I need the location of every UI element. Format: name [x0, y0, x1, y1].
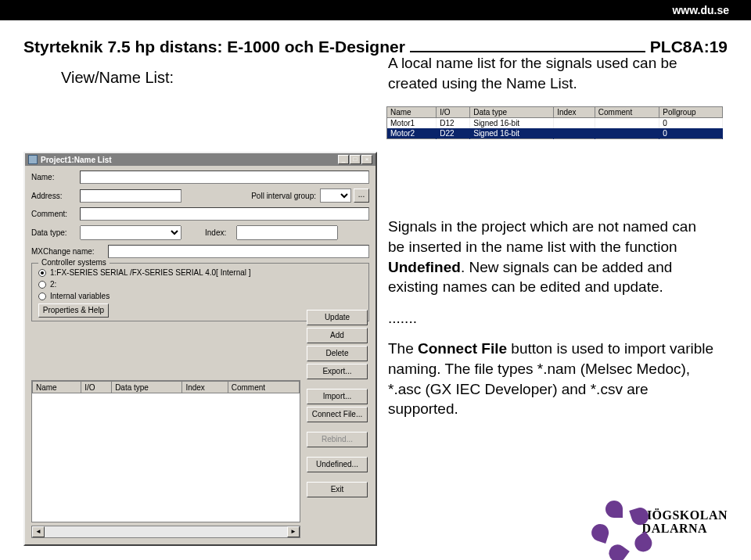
mxchange-label: MXChange name: [31, 247, 108, 256]
index-field[interactable] [236, 225, 338, 240]
dth-index: Index [182, 382, 228, 393]
window-icon [28, 155, 38, 164]
poll-label: Poll interval group: [181, 192, 320, 200]
dots: ....... [388, 308, 717, 328]
th-pollgroup: Pollgroup [659, 107, 723, 118]
dialog-titlebar[interactable]: Project1:Name List _ □ × [25, 153, 376, 166]
hogskolan-dalarna-logo: HÖGSKOLAN DALARNA [594, 502, 728, 543]
address-label: Address: [31, 192, 80, 200]
dth-name: Name [33, 382, 81, 393]
scroll-right-icon[interactable]: ► [287, 526, 300, 537]
dialog-table-area: Name I/O Data type Index Comment [31, 380, 300, 522]
rebind-button[interactable]: Rebind... [307, 432, 368, 447]
exit-button[interactable]: Exit [307, 482, 368, 497]
add-button[interactable]: Add [307, 328, 368, 343]
dth-comment: Comment [228, 382, 299, 393]
th-datatype: Data type [470, 107, 554, 118]
logo-text-1: HÖGSKOLAN [642, 509, 728, 522]
table-row-selected[interactable]: Motor2D22Signed 16-bit0 [387, 128, 723, 139]
logo-text-2: DALARNA [642, 522, 728, 536]
page-title: Styrteknik 7.5 hp distans: E-1000 och E-… [23, 38, 405, 58]
export-button[interactable]: Export... [307, 364, 368, 379]
poll-ellipsis-button[interactable]: ... [354, 188, 369, 203]
datatype-select[interactable] [80, 225, 181, 240]
poll-select[interactable] [320, 188, 351, 203]
dth-io: I/O [81, 382, 112, 393]
properties-help-button[interactable]: Properties & Help [38, 303, 109, 318]
comment-field[interactable] [80, 207, 369, 221]
paragraph-2: Signals in the project which are not nam… [388, 217, 717, 297]
th-comment: Comment [595, 107, 659, 118]
delete-button[interactable]: Delete [307, 346, 368, 361]
scroll-left-icon[interactable]: ◄ [32, 526, 45, 537]
table-row[interactable]: Motor1D12Signed 16-bit0 [387, 118, 723, 129]
comment-label: Comment: [31, 210, 80, 218]
dialog-title: Project1:Name List [41, 156, 338, 164]
th-index: Index [554, 107, 595, 118]
index-label: Index: [205, 228, 236, 237]
signal-table: Name I/O Data type Index Comment Pollgro… [386, 106, 723, 139]
address-field[interactable] [80, 189, 181, 203]
name-field[interactable] [80, 171, 369, 184]
update-button[interactable]: Update [307, 310, 368, 325]
radio-3[interactable]: Internal variables [38, 292, 362, 300]
title-underline [410, 51, 645, 52]
name-list-dialog: Project1:Name List _ □ × Name: Address: … [23, 152, 377, 546]
radio-icon [38, 269, 46, 277]
minimize-button[interactable]: _ [338, 155, 349, 164]
maximize-button[interactable]: □ [350, 155, 361, 164]
radio-icon [38, 281, 46, 289]
horizontal-scrollbar[interactable]: ◄ ► [31, 526, 300, 538]
name-label: Name: [31, 173, 80, 181]
logo-flower-icon [594, 502, 634, 543]
intro-paragraph: A local name list for the signals used c… [388, 53, 717, 93]
top-url: www.du.se [672, 4, 729, 16]
connect-file-button[interactable]: Connect File... [307, 407, 368, 422]
undefined-button[interactable]: Undefined... [307, 457, 368, 472]
datatype-label: Data type: [31, 228, 80, 237]
groupbox-legend: Controller systems [38, 258, 110, 267]
dth-datatype: Data type [112, 382, 182, 393]
mxchange-field[interactable] [108, 245, 369, 258]
import-button[interactable]: Import... [307, 389, 368, 404]
radio-2[interactable]: 2: [38, 280, 362, 289]
close-button[interactable]: × [361, 155, 372, 164]
paragraph-3: The Connect File button is used to impor… [388, 339, 717, 419]
radio-icon [38, 293, 46, 300]
th-io: I/O [437, 107, 470, 118]
th-name: Name [387, 107, 437, 118]
radio-1[interactable]: 1:FX-SERIES SERIAL /FX-SERIES SERIAL 4.0… [38, 268, 362, 277]
